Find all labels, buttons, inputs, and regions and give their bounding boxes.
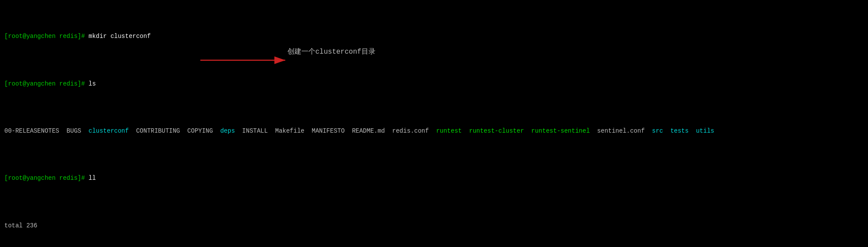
terminal-line-4: [root@yangchen redis]# ll [4,174,864,183]
terminal-line-2: [root@yangchen redis]# ls [4,79,864,89]
annotation-text: 创建一个clusterconf目录 [287,47,375,56]
prompt-2: [root@yangchen redis]# [4,80,85,87]
ls-output-line: 00-RELEASENOTES BUGS clusterconf CONTRIB… [4,127,864,136]
terminal-line-1: [root@yangchen redis]# mkdir clusterconf [4,32,864,41]
ll-total: total 236 [4,221,864,231]
prompt-1: [root@yangchen redis]# [4,33,85,40]
prompt-3: [root@yangchen redis]# [4,175,85,182]
terminal-window: [root@yangchen redis]# mkdir clusterconf… [0,0,868,247]
